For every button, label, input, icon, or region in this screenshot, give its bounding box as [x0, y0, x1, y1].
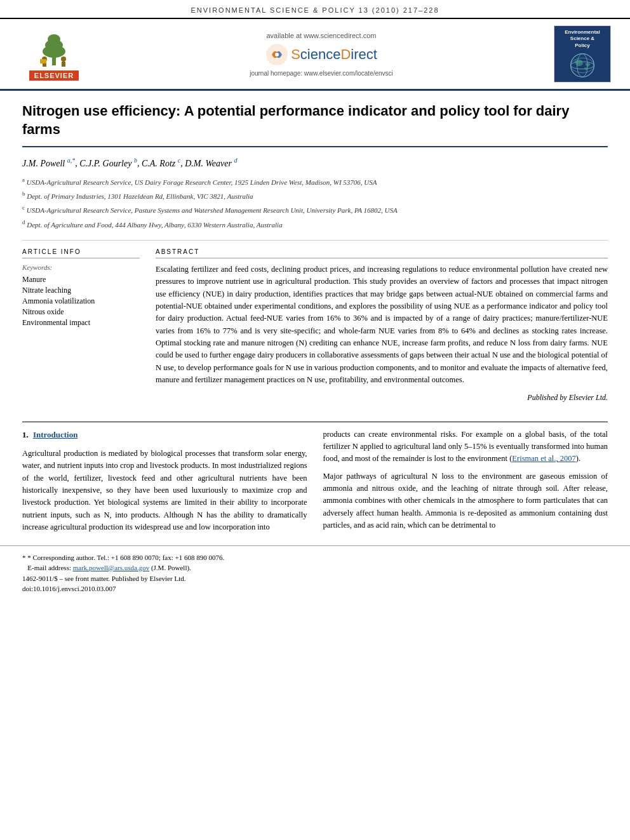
footnote-doi: doi:10.1016/j.envsci.2010.03.007 [22, 583, 608, 594]
cover-title: EnvironmentalScience &Policy [565, 29, 600, 49]
article-divider [22, 240, 608, 241]
globe-icon [566, 52, 598, 79]
journal-cover: EnvironmentalScience &Policy [554, 25, 611, 83]
svg-point-3 [48, 34, 60, 44]
journal-homepage: journal homepage: www.elsevier.com/locat… [89, 70, 554, 77]
email-link[interactable]: mark.powell@ars.usda.gov [73, 564, 149, 571]
sciencedirect-logo: ScienceDirect [89, 43, 554, 66]
section-title: Introduction [33, 430, 78, 439]
intro-body: 1. Introduction Agricultural production … [0, 429, 630, 539]
svg-point-14 [571, 58, 594, 72]
abstract-text: Escalating fertilizer and feed costs, de… [156, 263, 608, 387]
erisman-citation[interactable]: Erisman et al., 2007 [512, 454, 575, 463]
elsevier-label: ELSEVIER [29, 70, 79, 81]
footnote-corresponding: * * Corresponding author. Tel.: +1 608 8… [22, 552, 608, 563]
journal-title: ENVIRONMENTAL SCIENCE & POLICY 13 (2010)… [191, 6, 439, 14]
affil-a: a USDA-Agricultural Research Service, US… [22, 175, 608, 188]
banner-area: ELSEVIER available at www.sciencedirect.… [0, 19, 630, 91]
abstract-header: ABSTRACT [156, 248, 608, 258]
article-info-col: ARTICLE INFO Keywords: Manure Nitrate le… [22, 248, 140, 403]
body-divider [22, 422, 608, 422]
keywords-label: Keywords: [22, 263, 140, 271]
keyword-ammonia: Ammonia volatilization [22, 297, 140, 306]
authors-line: J.M. Powell a,*, C.J.P. Gourley b, C.A. … [22, 157, 608, 169]
keyword-manure: Manure [22, 275, 140, 284]
available-text: available at www.sciencedirect.com [89, 32, 554, 39]
footnote-issn: 1462-9011/$ – see front matter. Publishe… [22, 573, 608, 584]
center-logo: available at www.sciencedirect.com Scien… [89, 32, 554, 77]
intro-right-col: products can create environmental risks.… [323, 429, 608, 539]
svg-point-11 [571, 54, 594, 77]
affil-d: d Dept. of Agriculture and Food, 444 Alb… [22, 218, 608, 230]
affil-c: c USDA-Agricultural Research Service, Pa… [22, 203, 608, 216]
section-num: 1. [22, 430, 29, 439]
article-info-header: ARTICLE INFO [22, 248, 140, 258]
elsevier-tree-icon [29, 27, 79, 69]
svg-point-7 [61, 57, 66, 62]
intro-heading: 1. Introduction [22, 429, 307, 441]
abstract-col: ABSTRACT Escalating fertilizer and feed … [156, 248, 608, 403]
article-title: Nitrogen use efficiency: A potential per… [22, 102, 608, 147]
keyword-env: Environmental impact [22, 318, 140, 328]
intro-right-para-1: products can create environmental risks.… [323, 429, 608, 465]
info-abstract-cols: ARTICLE INFO Keywords: Manure Nitrate le… [22, 248, 608, 403]
elsevier-logo: ELSEVIER [19, 27, 89, 81]
intro-left-para: Agricultural production is mediated by b… [22, 448, 307, 534]
journal-header: ENVIRONMENTAL SCIENCE & POLICY 13 (2010)… [0, 0, 630, 19]
affil-b: b Dept. of Primary Industries, 1301 Haze… [22, 189, 608, 202]
article-content: Nitrogen use efficiency: A potential per… [0, 91, 630, 415]
footnote-area: * * Corresponding author. Tel.: +1 608 8… [0, 545, 630, 599]
sd-logo-text: ScienceDirect [291, 46, 377, 63]
svg-rect-8 [62, 62, 65, 67]
published-by: Published by Elsevier Ltd. [156, 393, 608, 403]
page-wrapper: ENVIRONMENTAL SCIENCE & POLICY 13 (2010)… [0, 0, 630, 599]
sciencedirect-icon [265, 43, 288, 66]
affiliations: a USDA-Agricultural Research Service, US… [22, 175, 608, 230]
svg-rect-6 [40, 59, 46, 63]
footnote-email: E-mail address: mark.powell@ars.usda.gov… [22, 563, 608, 573]
svg-point-10 [275, 53, 279, 57]
keyword-nitrate: Nitrate leaching [22, 286, 140, 295]
keyword-nitrous: Nitrous oxide [22, 307, 140, 317]
intro-left-col: 1. Introduction Agricultural production … [22, 429, 307, 539]
intro-right-para-2: Major pathways of agricultural N loss to… [323, 470, 608, 532]
